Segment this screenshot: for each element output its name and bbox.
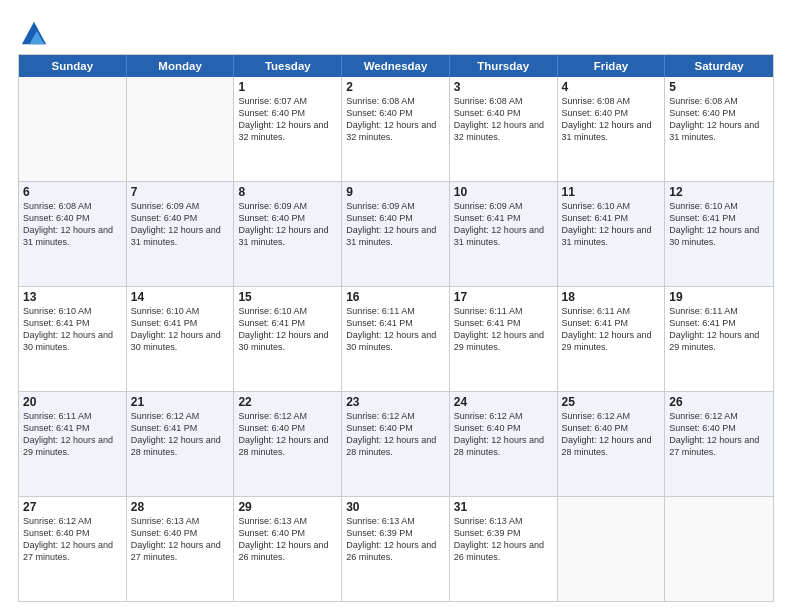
cell-info: Sunrise: 6:09 AMSunset: 6:40 PMDaylight:… (346, 201, 436, 247)
calendar-cell: 16Sunrise: 6:11 AMSunset: 6:41 PMDayligh… (342, 287, 450, 391)
calendar-cell (665, 497, 773, 601)
calendar-cell: 1Sunrise: 6:07 AMSunset: 6:40 PMDaylight… (234, 77, 342, 181)
cell-info: Sunrise: 6:08 AMSunset: 6:40 PMDaylight:… (346, 96, 436, 142)
day-number: 5 (669, 80, 769, 94)
calendar-cell: 7Sunrise: 6:09 AMSunset: 6:40 PMDaylight… (127, 182, 235, 286)
day-number: 27 (23, 500, 122, 514)
calendar-body: 1Sunrise: 6:07 AMSunset: 6:40 PMDaylight… (19, 77, 773, 601)
calendar-cell: 17Sunrise: 6:11 AMSunset: 6:41 PMDayligh… (450, 287, 558, 391)
calendar-cell (127, 77, 235, 181)
calendar-cell: 30Sunrise: 6:13 AMSunset: 6:39 PMDayligh… (342, 497, 450, 601)
calendar-cell: 25Sunrise: 6:12 AMSunset: 6:40 PMDayligh… (558, 392, 666, 496)
day-number: 28 (131, 500, 230, 514)
weekday-header: Friday (558, 55, 666, 77)
day-number: 14 (131, 290, 230, 304)
day-number: 31 (454, 500, 553, 514)
cell-info: Sunrise: 6:12 AMSunset: 6:40 PMDaylight:… (562, 411, 652, 457)
cell-info: Sunrise: 6:08 AMSunset: 6:40 PMDaylight:… (23, 201, 113, 247)
cell-info: Sunrise: 6:09 AMSunset: 6:40 PMDaylight:… (238, 201, 328, 247)
cell-info: Sunrise: 6:11 AMSunset: 6:41 PMDaylight:… (454, 306, 544, 352)
calendar-row: 27Sunrise: 6:12 AMSunset: 6:40 PMDayligh… (19, 496, 773, 601)
calendar-cell: 29Sunrise: 6:13 AMSunset: 6:40 PMDayligh… (234, 497, 342, 601)
calendar-cell: 9Sunrise: 6:09 AMSunset: 6:40 PMDaylight… (342, 182, 450, 286)
day-number: 30 (346, 500, 445, 514)
calendar-cell: 14Sunrise: 6:10 AMSunset: 6:41 PMDayligh… (127, 287, 235, 391)
cell-info: Sunrise: 6:07 AMSunset: 6:40 PMDaylight:… (238, 96, 328, 142)
day-number: 20 (23, 395, 122, 409)
cell-info: Sunrise: 6:10 AMSunset: 6:41 PMDaylight:… (131, 306, 221, 352)
day-number: 8 (238, 185, 337, 199)
calendar-cell: 31Sunrise: 6:13 AMSunset: 6:39 PMDayligh… (450, 497, 558, 601)
day-number: 23 (346, 395, 445, 409)
cell-info: Sunrise: 6:12 AMSunset: 6:40 PMDaylight:… (238, 411, 328, 457)
day-number: 15 (238, 290, 337, 304)
day-number: 11 (562, 185, 661, 199)
calendar-cell: 11Sunrise: 6:10 AMSunset: 6:41 PMDayligh… (558, 182, 666, 286)
day-number: 18 (562, 290, 661, 304)
day-number: 13 (23, 290, 122, 304)
header (18, 18, 774, 46)
calendar-row: 1Sunrise: 6:07 AMSunset: 6:40 PMDaylight… (19, 77, 773, 181)
weekday-header: Thursday (450, 55, 558, 77)
calendar: SundayMondayTuesdayWednesdayThursdayFrid… (18, 54, 774, 602)
calendar-cell (558, 497, 666, 601)
calendar-cell: 20Sunrise: 6:11 AMSunset: 6:41 PMDayligh… (19, 392, 127, 496)
calendar-cell: 8Sunrise: 6:09 AMSunset: 6:40 PMDaylight… (234, 182, 342, 286)
calendar-cell: 24Sunrise: 6:12 AMSunset: 6:40 PMDayligh… (450, 392, 558, 496)
calendar-cell: 10Sunrise: 6:09 AMSunset: 6:41 PMDayligh… (450, 182, 558, 286)
day-number: 7 (131, 185, 230, 199)
day-number: 17 (454, 290, 553, 304)
calendar-cell: 2Sunrise: 6:08 AMSunset: 6:40 PMDaylight… (342, 77, 450, 181)
cell-info: Sunrise: 6:09 AMSunset: 6:40 PMDaylight:… (131, 201, 221, 247)
day-number: 9 (346, 185, 445, 199)
calendar-cell: 19Sunrise: 6:11 AMSunset: 6:41 PMDayligh… (665, 287, 773, 391)
cell-info: Sunrise: 6:08 AMSunset: 6:40 PMDaylight:… (454, 96, 544, 142)
calendar-cell: 13Sunrise: 6:10 AMSunset: 6:41 PMDayligh… (19, 287, 127, 391)
day-number: 22 (238, 395, 337, 409)
cell-info: Sunrise: 6:12 AMSunset: 6:40 PMDaylight:… (454, 411, 544, 457)
cell-info: Sunrise: 6:12 AMSunset: 6:41 PMDaylight:… (131, 411, 221, 457)
calendar-cell: 12Sunrise: 6:10 AMSunset: 6:41 PMDayligh… (665, 182, 773, 286)
weekday-header: Sunday (19, 55, 127, 77)
day-number: 16 (346, 290, 445, 304)
cell-info: Sunrise: 6:08 AMSunset: 6:40 PMDaylight:… (669, 96, 759, 142)
calendar-cell (19, 77, 127, 181)
calendar-cell: 18Sunrise: 6:11 AMSunset: 6:41 PMDayligh… (558, 287, 666, 391)
weekday-header: Monday (127, 55, 235, 77)
day-number: 29 (238, 500, 337, 514)
cell-info: Sunrise: 6:11 AMSunset: 6:41 PMDaylight:… (562, 306, 652, 352)
day-number: 19 (669, 290, 769, 304)
cell-info: Sunrise: 6:13 AMSunset: 6:39 PMDaylight:… (346, 516, 436, 562)
day-number: 1 (238, 80, 337, 94)
cell-info: Sunrise: 6:13 AMSunset: 6:40 PMDaylight:… (131, 516, 221, 562)
weekday-header: Tuesday (234, 55, 342, 77)
cell-info: Sunrise: 6:10 AMSunset: 6:41 PMDaylight:… (238, 306, 328, 352)
cell-info: Sunrise: 6:12 AMSunset: 6:40 PMDaylight:… (669, 411, 759, 457)
weekday-header: Saturday (665, 55, 773, 77)
day-number: 4 (562, 80, 661, 94)
day-number: 21 (131, 395, 230, 409)
calendar-row: 20Sunrise: 6:11 AMSunset: 6:41 PMDayligh… (19, 391, 773, 496)
day-number: 26 (669, 395, 769, 409)
calendar-cell: 28Sunrise: 6:13 AMSunset: 6:40 PMDayligh… (127, 497, 235, 601)
cell-info: Sunrise: 6:13 AMSunset: 6:40 PMDaylight:… (238, 516, 328, 562)
calendar-header: SundayMondayTuesdayWednesdayThursdayFrid… (19, 55, 773, 77)
weekday-header: Wednesday (342, 55, 450, 77)
page: SundayMondayTuesdayWednesdayThursdayFrid… (0, 0, 792, 612)
cell-info: Sunrise: 6:09 AMSunset: 6:41 PMDaylight:… (454, 201, 544, 247)
calendar-cell: 27Sunrise: 6:12 AMSunset: 6:40 PMDayligh… (19, 497, 127, 601)
calendar-cell: 15Sunrise: 6:10 AMSunset: 6:41 PMDayligh… (234, 287, 342, 391)
cell-info: Sunrise: 6:12 AMSunset: 6:40 PMDaylight:… (23, 516, 113, 562)
cell-info: Sunrise: 6:10 AMSunset: 6:41 PMDaylight:… (669, 201, 759, 247)
calendar-row: 6Sunrise: 6:08 AMSunset: 6:40 PMDaylight… (19, 181, 773, 286)
calendar-cell: 5Sunrise: 6:08 AMSunset: 6:40 PMDaylight… (665, 77, 773, 181)
calendar-cell: 21Sunrise: 6:12 AMSunset: 6:41 PMDayligh… (127, 392, 235, 496)
calendar-cell: 22Sunrise: 6:12 AMSunset: 6:40 PMDayligh… (234, 392, 342, 496)
cell-info: Sunrise: 6:11 AMSunset: 6:41 PMDaylight:… (346, 306, 436, 352)
cell-info: Sunrise: 6:11 AMSunset: 6:41 PMDaylight:… (669, 306, 759, 352)
cell-info: Sunrise: 6:12 AMSunset: 6:40 PMDaylight:… (346, 411, 436, 457)
calendar-cell: 26Sunrise: 6:12 AMSunset: 6:40 PMDayligh… (665, 392, 773, 496)
cell-info: Sunrise: 6:11 AMSunset: 6:41 PMDaylight:… (23, 411, 113, 457)
day-number: 25 (562, 395, 661, 409)
logo-icon (20, 18, 48, 46)
